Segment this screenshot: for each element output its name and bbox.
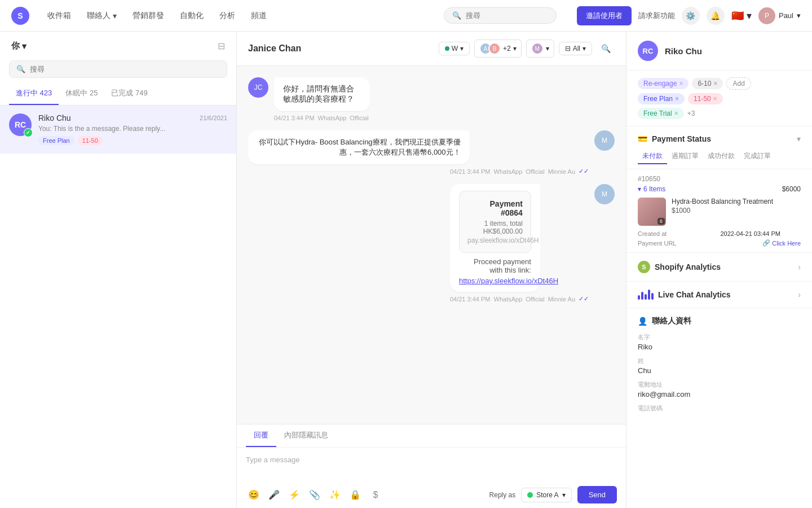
chat-area: Janice Chan W ▾ A B +2 ▾ M ▾	[237, 32, 626, 508]
shopify-icon: S	[638, 261, 650, 273]
field-value-email: riko@gmail.com	[638, 390, 801, 398]
payment-tab-complete[interactable]: 完成訂單	[739, 149, 775, 164]
tag-reengage: Re-engage ×	[638, 78, 689, 89]
invite-button[interactable]: 邀請使用者	[577, 6, 632, 25]
compose-input-area[interactable]: Type a message	[237, 448, 626, 481]
items-row: ▾ 6 Items $6000	[638, 185, 801, 193]
payment-status-icon: 💳	[638, 134, 647, 143]
contact-name: Riko Chu	[665, 46, 702, 56]
notification-icon[interactable]: 🔔	[707, 7, 725, 25]
live-chat-title: Live Chat Analytics	[638, 290, 731, 300]
tag-remove-icon[interactable]: ×	[713, 95, 717, 103]
emoji-icon[interactable]: 😊	[246, 487, 262, 503]
request-feature-button[interactable]: 請求新功能	[638, 11, 675, 21]
tab-completed[interactable]: 已完成 749	[104, 82, 154, 105]
contact-avatar: RC	[638, 41, 658, 61]
message-incoming-1: JC 你好，請問有無適合敏感肌的美容療程？ 04/21 3:44 PM What…	[248, 77, 615, 121]
shopify-section[interactable]: S Shopify Analytics ›	[626, 253, 812, 282]
contact-info-icon: 👤	[638, 317, 647, 326]
payment-link: pay.sleekflow.io/xDt46H	[467, 237, 523, 244]
double-check-icon: ✓✓	[579, 168, 589, 175]
settings-icon[interactable]: ⚙️	[682, 7, 700, 25]
channel-selector[interactable]: W ▾	[439, 42, 470, 55]
field-label-first-name: 名字	[638, 333, 801, 341]
dollar-icon[interactable]: $	[368, 487, 383, 503]
message-time: 04/21 3:44 PM	[274, 115, 315, 121]
proceed-url[interactable]: https://pay.sleekflow.io/xDt46H	[459, 277, 531, 285]
bar-chart-icon	[638, 290, 654, 300]
payment-order-row: #10650	[638, 175, 801, 183]
chat-search-button[interactable]: 🔍	[597, 40, 615, 58]
contact-item[interactable]: RC ✓ Riko Chu 21/6/2021 You: This is the…	[0, 106, 236, 154]
assignee-selector[interactable]: A B +2 ▾	[474, 40, 522, 58]
items-label: ▾ 6 Items	[638, 185, 665, 193]
tag-remove-icon[interactable]: ×	[713, 80, 717, 87]
payment-url-link[interactable]: 🔗 Click Here	[762, 239, 801, 247]
chat-title: Janice Chan	[248, 43, 432, 54]
whatsapp-badge-icon: ✓	[24, 128, 33, 137]
assignee-avatars: A B	[479, 42, 501, 55]
agent-avatar-2: M	[594, 184, 615, 204]
compose-tab-reply[interactable]: 回覆	[246, 424, 276, 447]
payment-tab-success[interactable]: 成功付款	[703, 149, 739, 164]
compose-tab-internal[interactable]: 內部隱藏訊息	[276, 424, 336, 447]
nav-analytics[interactable]: 分析	[213, 7, 242, 24]
field-label-email: 電郵地址	[638, 380, 801, 389]
sidebar-filter-icon[interactable]: ⊟	[218, 41, 225, 51]
language-flag[interactable]: 🇨🇳 ▾	[731, 10, 752, 22]
compose-tabs: 回覆 內部隱藏訊息	[237, 424, 626, 448]
sidebar-tabs: 進行中 423 休眠中 25 已完成 749	[0, 82, 236, 106]
payment-url-label: Payment URL	[638, 240, 676, 247]
search-icon: 🔍	[452, 11, 461, 20]
field-label-last-name: 姓	[638, 357, 801, 365]
sparkle-icon[interactable]: ✨	[327, 487, 343, 503]
filter-label: All	[573, 45, 580, 52]
payment-message-content: Payment #0864 1 items, total HK$6,000.00…	[450, 184, 589, 303]
nav-contacts[interactable]: 聯絡人 ▾	[80, 7, 123, 24]
tag-remove-icon[interactable]: ×	[679, 80, 683, 87]
contact-field-first-name: 名字 Riko	[638, 333, 801, 351]
product-thumb-count: 6	[657, 218, 665, 225]
payment-tab-unpaid[interactable]: 未付款	[638, 149, 667, 164]
contact-field-phone: 電話號碼	[638, 404, 801, 413]
contact-name: Riko Chu	[38, 113, 71, 122]
live-chat-section[interactable]: Live Chat Analytics ›	[626, 282, 812, 308]
agent-selector[interactable]: M ▾	[526, 40, 554, 58]
message-agent: Minnie Au	[548, 168, 575, 175]
filter-selector[interactable]: ⊟ All ▾	[559, 42, 592, 55]
tag-remove-icon[interactable]: ×	[674, 110, 678, 117]
payment-status-header[interactable]: 💳 Payment Status ▾	[626, 126, 812, 149]
tab-sleeping[interactable]: 休眠中 25	[59, 82, 104, 105]
app-logo: S	[11, 7, 29, 25]
chat-header: Janice Chan W ▾ A B +2 ▾ M ▾	[237, 32, 626, 66]
nav-channels[interactable]: 頻道	[244, 7, 273, 24]
lightning-icon[interactable]: ⚡	[286, 487, 302, 503]
payment-tab-overdue[interactable]: 過期訂單	[667, 149, 703, 164]
message-bubble: 你可以試下Hydra- Boost Balancing療程，我們現正提供夏季優惠…	[248, 130, 470, 164]
sidebar-title[interactable]: 你 ▾	[11, 41, 27, 51]
search-input[interactable]	[466, 11, 548, 20]
message-channel-type: Official	[526, 296, 544, 303]
nav-inbox[interactable]: 收件箱	[41, 7, 78, 24]
attachment-icon[interactable]: 📎	[307, 487, 323, 503]
shopify-title: S Shopify Analytics	[638, 261, 721, 273]
lock-icon[interactable]: 🔒	[347, 487, 363, 503]
payment-bubble: Payment #0864 1 items, total HK$6,000.00…	[450, 184, 540, 292]
sidebar-search-input[interactable]	[30, 65, 220, 73]
user-menu[interactable]: P Paul ▾	[758, 7, 801, 24]
nav-automation[interactable]: 自動化	[173, 7, 210, 24]
store-selector[interactable]: Store A ▾	[521, 488, 571, 502]
add-tag-button[interactable]: Add	[726, 77, 751, 90]
nav-campaigns[interactable]: 營銷群發	[126, 7, 171, 24]
tab-in-progress[interactable]: 進行中 423	[9, 82, 59, 105]
field-label-phone: 電話號碼	[638, 404, 801, 413]
product-info: Hydra-Boost Balancing Treatment $1000	[672, 198, 801, 214]
payment-status-tabs: 未付款 過期訂單 成功付款 完成訂單	[626, 149, 812, 169]
audio-icon[interactable]: 🎤	[266, 487, 282, 503]
send-button[interactable]: Send	[577, 486, 617, 503]
payment-content: #10650 ▾ 6 Items $6000 6 Hydra-Boost Bal…	[626, 169, 812, 252]
field-value-first-name: Riko	[638, 343, 801, 351]
user-chevron-icon: ▾	[797, 11, 801, 20]
tag-remove-icon[interactable]: ×	[675, 95, 679, 103]
tags-overflow-count: +3	[687, 110, 695, 117]
